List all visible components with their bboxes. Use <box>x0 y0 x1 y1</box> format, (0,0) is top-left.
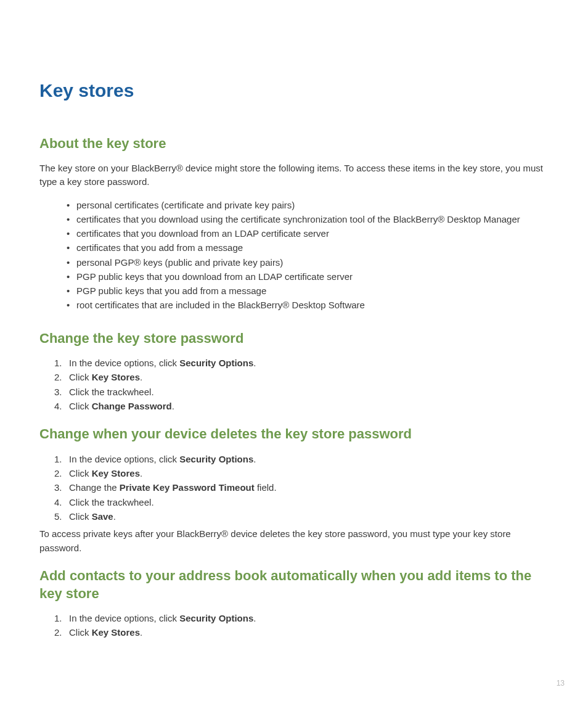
list-item: root certificates that are included in t… <box>39 298 549 312</box>
list-item: In the device options, click Security Op… <box>39 611 549 625</box>
list-item: certificates that you download from an L… <box>39 226 549 240</box>
step-pre: Click <box>69 401 92 411</box>
step-pre: Click <box>69 372 92 382</box>
step-post: . <box>253 613 256 623</box>
list-item: Click Key Stores. <box>39 625 549 639</box>
list-item: certificates that you download using the… <box>39 212 549 226</box>
section3-steps: In the device options, click Security Op… <box>39 452 549 523</box>
list-item: In the device options, click Security Op… <box>39 452 549 466</box>
list-item: PGP public keys that you download from a… <box>39 269 549 284</box>
list-item: Click the trackwheel. <box>39 385 549 399</box>
section2-steps: In the device options, click Security Op… <box>39 356 549 413</box>
section1-bullets: personal certificates (certificate and p… <box>39 198 549 313</box>
step-bold: Security Options <box>179 454 253 464</box>
step-pre: Click the trackwheel. <box>69 387 154 397</box>
page-number: 13 <box>557 679 565 688</box>
section4-steps: In the device options, click Security Op… <box>39 611 549 640</box>
step-bold: Key Stores <box>92 468 140 478</box>
page: Key stores About the key store The key s… <box>0 0 588 706</box>
step-pre: Click <box>69 627 92 638</box>
step-post: field. <box>255 482 277 493</box>
step-pre: In the device options, click <box>69 454 179 464</box>
section-heading-change-timeout: Change when your device deletes the key … <box>39 425 549 443</box>
step-bold: Save <box>92 511 113 522</box>
section1-intro: The key store on your BlackBerry® device… <box>39 162 549 189</box>
step-pre: Click <box>69 468 92 478</box>
list-item: Click Save. <box>39 509 549 523</box>
step-pre: In the device options, click <box>69 613 179 623</box>
step-post: . <box>253 358 256 368</box>
step-pre: Click <box>69 511 92 522</box>
step-pre: Click the trackwheel. <box>69 497 154 507</box>
list-item: Click Key Stores. <box>39 370 549 384</box>
step-post: . <box>140 372 142 382</box>
section-heading-about: About the key store <box>39 135 549 153</box>
list-item: Click Change Password. <box>39 399 549 413</box>
list-item: In the device options, click Security Op… <box>39 356 549 370</box>
list-item: Change the Private Key Password Timeout … <box>39 480 549 495</box>
step-bold: Key Stores <box>92 627 140 638</box>
step-post: . <box>172 401 174 411</box>
step-bold: Security Options <box>179 613 253 623</box>
list-item: PGP public keys that you add from a mess… <box>39 284 549 298</box>
step-bold: Key Stores <box>92 372 140 382</box>
step-bold: Private Key Password Timeout <box>120 482 255 493</box>
step-post: . <box>140 627 142 638</box>
step-bold: Security Options <box>179 358 253 368</box>
section-heading-change-password: Change the key store password <box>39 330 549 348</box>
section3-note: To access private keys after your BlackB… <box>39 527 549 555</box>
step-post: . <box>113 511 116 522</box>
list-item: Click the trackwheel. <box>39 495 549 509</box>
list-item: Click Key Stores. <box>39 466 549 480</box>
list-item: certificates that you add from a message <box>39 240 549 255</box>
step-post: . <box>253 454 256 464</box>
step-post: . <box>140 468 142 478</box>
step-pre: In the device options, click <box>69 358 179 368</box>
page-title: Key stores <box>39 80 549 101</box>
step-pre: Change the <box>69 482 120 493</box>
step-bold: Change Password <box>92 401 172 411</box>
list-item: personal certificates (certificate and p… <box>39 198 549 212</box>
section-heading-add-contacts: Add contacts to your address book automa… <box>39 567 549 602</box>
list-item: personal PGP® keys (public and private k… <box>39 255 549 269</box>
